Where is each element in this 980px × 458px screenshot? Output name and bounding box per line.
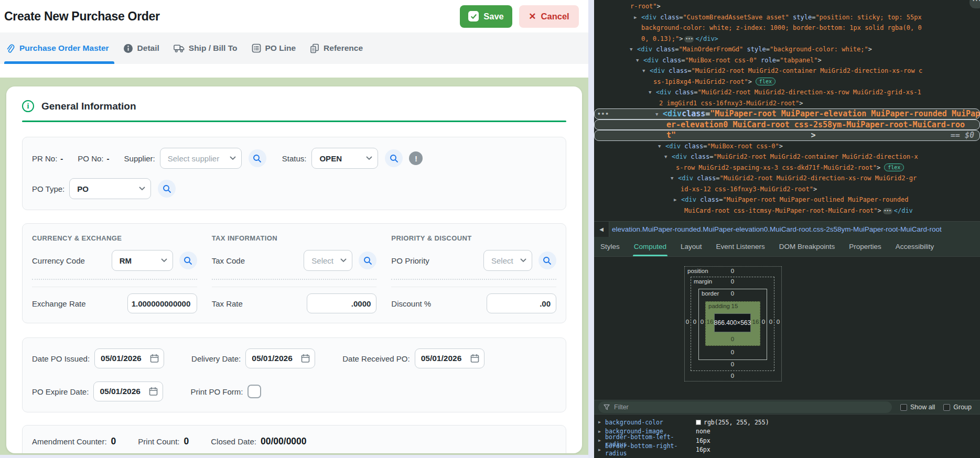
code-line[interactable]: ▼<div class="MuiGrid2-root MuiGrid2-cont… xyxy=(594,66,980,77)
code-line[interactable]: MuiCard-root css-itcmsy-MuiPaper-root-Mu… xyxy=(594,205,980,216)
code-line[interactable]: ▼<div class="MuiGrid2-root MuiGrid2-dire… xyxy=(594,173,980,184)
expand-closed-icon[interactable]: ▶ xyxy=(674,194,676,205)
currency-code-select[interactable]: RM xyxy=(112,250,173,271)
code-line[interactable]: er-elevation0 MuiCard-root css-2s58ym-Mu… xyxy=(594,119,980,130)
expand-open-icon[interactable]: ▼ xyxy=(658,141,661,152)
status-select[interactable]: OPEN xyxy=(311,148,378,169)
code-token: > xyxy=(657,3,661,10)
status-search-button[interactable] xyxy=(385,149,403,167)
exchange-rate-input[interactable]: 1.000000000000 xyxy=(127,293,197,313)
tab-reference[interactable]: Reference xyxy=(310,32,363,64)
expand-open-icon[interactable]: ▼ xyxy=(642,66,645,77)
date-received-input[interactable]: 05/01/2026 xyxy=(415,348,484,368)
tab-ship-bill-to[interactable]: Ship / Bill To xyxy=(174,32,238,64)
supplier-search-button[interactable] xyxy=(249,149,266,167)
code-line[interactable]: ▼<div class="MuiBox-root css-0"> xyxy=(594,141,980,152)
code-token: class xyxy=(659,57,681,64)
delivery-date-input[interactable]: 05/01/2026 xyxy=(245,348,315,368)
tab-po-line[interactable]: PO Line xyxy=(252,32,296,64)
code-line[interactable]: ▼<div class="MuiGrid2-root MuiGrid2-dire… xyxy=(594,87,980,98)
po-expire-input[interactable]: 05/01/2026 xyxy=(93,381,163,401)
code-line[interactable]: background-color: white; z-index: 1000; … xyxy=(594,23,980,34)
collapsed-children-icon[interactable]: ••• xyxy=(684,36,694,42)
flex-badge[interactable]: flex xyxy=(756,78,776,85)
po-type-select[interactable]: PO xyxy=(69,178,151,199)
filter-input[interactable]: Filter xyxy=(598,401,892,413)
expand-open-icon[interactable]: ▼ xyxy=(630,44,632,55)
page-scrollbar-track[interactable] xyxy=(588,0,594,458)
date-po-issued-input[interactable]: 05/01/2026 xyxy=(94,348,164,368)
expand-open-icon[interactable]: ▼ xyxy=(649,87,651,98)
expand-closed-icon[interactable]: ▶ xyxy=(598,429,605,434)
code-line[interactable]: 0, 0.13);">•••</div> xyxy=(594,34,980,45)
flex-badge[interactable]: flex xyxy=(884,163,904,171)
property-value: 16px xyxy=(696,446,710,453)
code-line[interactable]: ▶<div class="MuiPaper-root MuiPaper-outl… xyxy=(594,194,980,205)
code-token: > xyxy=(813,186,817,193)
solid-divider xyxy=(391,287,556,287)
po-type-value: PO xyxy=(77,184,89,193)
box-model-diagram[interactable]: 866.400×563 position margin border paddi… xyxy=(684,266,782,381)
property-value-text: 16px xyxy=(696,446,710,453)
show-all-checkbox-group[interactable]: Show all xyxy=(900,404,935,411)
code-token: 0, 0.13);" xyxy=(641,35,679,42)
tab-dom-breakpoints[interactable]: DOM Breakpoints xyxy=(779,237,835,256)
checkbox-icon xyxy=(943,404,950,411)
node-menu-icon[interactable]: ••• xyxy=(597,109,609,120)
tab-styles[interactable]: Styles xyxy=(600,237,620,256)
code-line[interactable]: t"> == $0 xyxy=(594,130,980,141)
expand-closed-icon[interactable]: ▶ xyxy=(634,12,637,23)
po-type-search-button[interactable] xyxy=(158,180,176,198)
code-line[interactable]: 2 imgGird1 css-16fnxy3-MuiGrid2-root"> xyxy=(594,98,980,109)
code-line[interactable]: r-root"> xyxy=(594,1,980,12)
po-priority-select[interactable]: Select xyxy=(483,250,532,271)
color-swatch-icon[interactable] xyxy=(696,420,701,425)
tab-properties[interactable]: Properties xyxy=(849,237,881,256)
cancel-button[interactable]: ✕ Cancel xyxy=(519,5,579,28)
expand-closed-icon[interactable]: ▶ xyxy=(598,438,605,443)
code-line[interactable]: ▼<div class="MuiGrid2-root MuiGrid2-cont… xyxy=(594,151,980,162)
group-checkbox-group[interactable]: Group xyxy=(943,404,972,411)
code-line[interactable]: ▶<div class="CustomBreadAssetSave asset"… xyxy=(594,12,980,23)
supplier-select[interactable]: Select supplier xyxy=(160,148,242,169)
tax-rate-input[interactable]: .0000 xyxy=(307,293,376,313)
computed-property-row[interactable]: ▶border-bottom-right-radius16px xyxy=(594,445,980,455)
margin-top-value: 0 xyxy=(731,278,734,285)
breadcrumb[interactable]: elevation.MuiPaper-rounded.MuiPaper-elev… xyxy=(609,225,942,233)
tax-code-select[interactable]: Select xyxy=(304,250,352,271)
code-line[interactable]: ▼<div class="MainOrderFromGd" style="bac… xyxy=(594,44,980,55)
discount-input[interactable]: .00 xyxy=(487,293,556,313)
currency-search-button[interactable] xyxy=(179,252,197,269)
code-line[interactable]: •••▼<div class="MuiPaper-root MuiPaper-e… xyxy=(594,108,980,119)
expand-open-icon[interactable]: ▼ xyxy=(636,55,639,66)
position-bottom-value: 0 xyxy=(731,373,734,379)
tab-layout[interactable]: Layout xyxy=(681,237,702,256)
tab-accessibility[interactable]: Accessibility xyxy=(896,237,934,256)
code-line[interactable]: ▼<div class="MuiBox-root css-0" role="ta… xyxy=(594,55,980,66)
expand-closed-icon[interactable]: ▶ xyxy=(598,420,605,424)
collapsed-children-icon[interactable]: ••• xyxy=(883,208,892,214)
property-value-text: 16px xyxy=(696,437,710,444)
expand-open-icon[interactable]: ▼ xyxy=(655,109,658,120)
tax-code-search-button[interactable] xyxy=(359,252,376,269)
tab-purchase-order-master[interactable]: Purchase Order Master xyxy=(6,32,109,64)
save-button[interactable]: Save xyxy=(460,5,512,28)
breadcrumb-back-icon[interactable]: ◀ xyxy=(594,222,609,237)
print-po-form-checkbox[interactable] xyxy=(247,385,261,398)
code-line[interactable]: id-xs-12 css-16fnxy3-MuiGrid2-root"> xyxy=(594,184,980,195)
calendar-icon xyxy=(301,354,310,363)
code-line[interactable]: ss-1pi8xg4-MuiGrid2-root">flex xyxy=(594,77,980,88)
closed-date-value: 00/00/0000 xyxy=(261,436,307,447)
expand-open-icon[interactable]: ▼ xyxy=(664,151,667,162)
padding-right-value: 16 xyxy=(752,319,759,325)
computed-property-row[interactable]: ▶background-colorrgb(255, 255, 255) xyxy=(594,418,980,427)
tab-event-listeners[interactable]: Event Listeners xyxy=(716,237,765,256)
expand-open-icon[interactable]: ▼ xyxy=(671,173,673,184)
tab-detail[interactable]: Detail xyxy=(123,32,159,64)
po-priority-search-button[interactable] xyxy=(539,252,556,269)
tab-label: Ship / Bill To xyxy=(189,43,238,53)
expand-closed-icon[interactable]: ▶ xyxy=(598,448,605,452)
tab-computed[interactable]: Computed xyxy=(634,237,666,256)
code-line[interactable]: s-row MuiGrid2-spacing-xs-3 css-dkd71f-M… xyxy=(594,162,980,173)
margin-label: margin xyxy=(694,278,712,285)
